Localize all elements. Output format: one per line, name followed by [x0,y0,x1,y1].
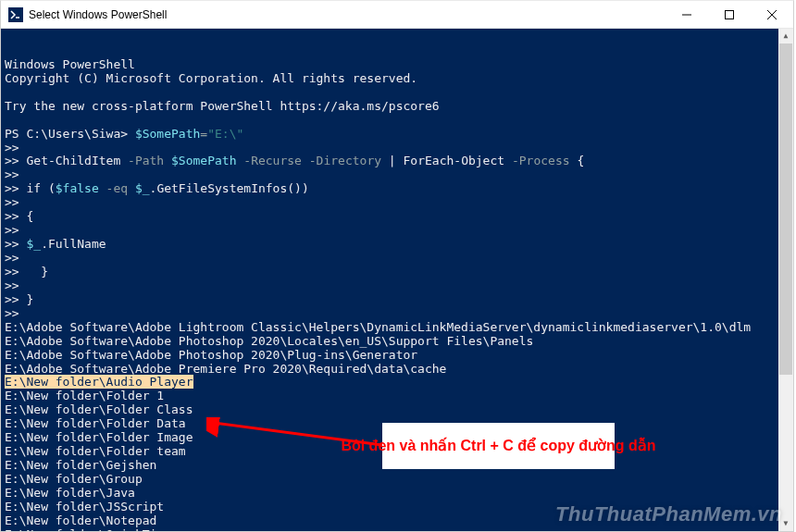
false-kw: $false [56,181,99,195]
output-line: E:\New folder\QuickTime [5,527,171,531]
selected-output-line[interactable]: E:\New folder\Audio Player [5,375,193,389]
powershell-window: Select Windows PowerShell Windows PowerS… [0,0,794,532]
terminal-pane[interactable]: Windows PowerShell Copyright (C) Microso… [1,29,793,531]
output-line: E:\New folder\Folder team [5,444,186,458]
output-line: E:\Adobe Software\Adobe Premiere Pro 202… [5,362,446,376]
output-line: E:\New folder\Folder Data [5,416,186,430]
copyright-line: Copyright (C) Microsoft Corporation. All… [5,71,417,85]
try-line: Try the new cross-platform PowerShell ht… [5,99,440,113]
output-line: E:\Adobe Software\Adobe Lightroom Classi… [5,320,751,334]
cont-prompt: >> [5,265,26,278]
cmd: ForEach-Object [404,154,505,167]
output-line: E:\New folder\Group [5,472,143,486]
fullname: .FullName [41,237,106,251]
output-line: E:\Adobe Software\Adobe Photoshop 2020\P… [5,348,417,362]
psitem: $_ [26,237,41,251]
cont-prompt: >> [5,278,26,292]
close-button[interactable] [751,1,793,28]
brace: } [26,292,33,306]
flag: -Recurse [243,154,302,167]
output-line: E:\New folder\Folder Image [5,430,193,444]
cont-prompt: >> [5,167,26,181]
eq-op: -eq [106,181,128,195]
if-kw: if [26,181,41,195]
flag: -Directory [309,154,381,167]
cont-prompt: >> [5,154,26,167]
cont-prompt: >> [5,237,26,251]
output-line: E:\New folder\Java [5,486,135,500]
scroll-up-arrow-icon[interactable]: ▲ [778,29,793,43]
window-title: Select Windows PowerShell [29,8,665,21]
minimize-button[interactable] [665,1,708,28]
scroll-thumb[interactable] [779,43,792,375]
cont-prompt: >> [5,181,26,195]
prompt: PS C:\Users\Siwa> [5,127,135,141]
output-line: E:\New folder\Notepad [5,513,156,527]
paren: ( [41,181,56,195]
brace: } [41,265,48,278]
watermark: ThuThuatPhanMem.vn [555,502,782,526]
cont-prompt: >> [5,292,26,306]
header-line: Windows PowerShell [5,57,135,71]
cont-prompt: >> [5,306,26,320]
cont-prompt: >> [5,223,26,237]
brace: { [26,209,33,223]
psitem: $_ [135,181,150,195]
equals: = [200,127,207,141]
output-line: E:\New folder\JSScript [5,500,164,513]
brace: { [570,154,585,167]
output-line: E:\New folder\Folder Class [5,402,193,416]
flag: -Process [512,154,570,167]
titlebar[interactable]: Select Windows PowerShell [1,1,793,29]
variable: $SomePath [171,154,236,167]
annotation-callout: Bôi đen và nhấn Ctrl + C để copy đường d… [382,423,615,469]
path-value: "E:\" [207,127,243,141]
cont-prompt: >> [5,251,26,265]
vertical-scrollbar[interactable]: ▲ ▼ [778,29,793,531]
svg-rect-2 [726,10,734,19]
cont-prompt: >> [5,209,26,223]
annotation-text: Bôi đen và nhấn Ctrl + C để copy đường d… [341,436,655,456]
output-line: E:\Adobe Software\Adobe Photoshop 2020\L… [5,334,533,348]
cmd: Get-ChildItem [26,154,120,167]
powershell-icon [8,7,23,22]
variable: $SomePath [135,127,200,141]
maximize-button[interactable] [708,1,751,28]
window-controls [665,1,793,28]
flag: -Path [128,154,164,167]
pipe: | [381,154,403,167]
output-line: E:\New folder\Gejshen [5,458,156,472]
cont-prompt: >> [5,195,26,209]
cont-prompt: >> [5,141,26,155]
output-line: E:\New folder\Folder 1 [5,389,164,402]
method: .GetFileSystemInfos()) [150,181,309,195]
scroll-track[interactable] [778,43,793,516]
